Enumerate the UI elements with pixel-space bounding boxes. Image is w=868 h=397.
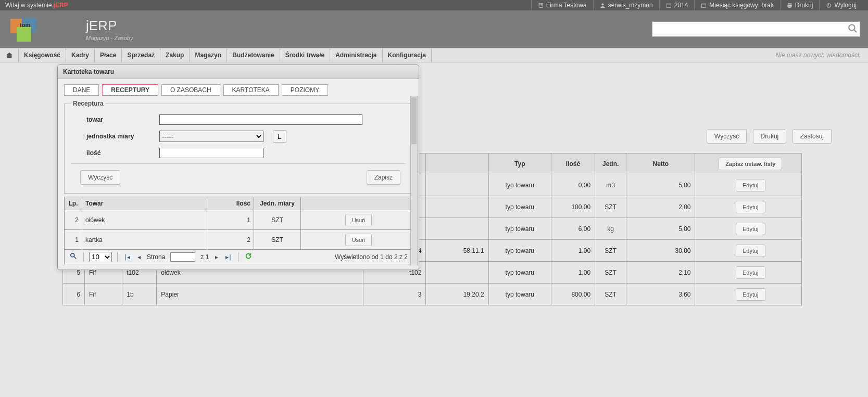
jm-list-button[interactable]: L xyxy=(273,130,286,143)
tab-poziomy[interactable]: POZIOMY xyxy=(282,84,328,96)
refresh-icon[interactable] xyxy=(244,252,253,261)
page-size-select[interactable]: 10 xyxy=(89,252,112,262)
logout-label: Wyloguj xyxy=(834,0,857,10)
cell-jedn: SZT xyxy=(595,240,626,262)
search-icon[interactable] xyxy=(845,23,860,35)
prev-page-icon[interactable]: ◂ xyxy=(136,253,142,261)
kartoteka-dialog: Kartoteka towaru DANE RECEPTURY O ZASOBA… xyxy=(57,65,419,270)
calendar-icon xyxy=(666,3,672,8)
nav-kadry[interactable]: Kadry xyxy=(66,48,95,62)
input-ilosc[interactable] xyxy=(159,148,263,158)
last-page-icon[interactable]: ▸∣ xyxy=(224,253,233,261)
user-label: serwis_mzymon xyxy=(608,0,653,10)
nav-administracja[interactable]: Administracja xyxy=(330,48,382,62)
cell-ilosc: 2 xyxy=(207,230,254,250)
nav-srodki[interactable]: Środki trwałe xyxy=(280,48,330,62)
nav-budzetowanie[interactable]: Budżetowanie xyxy=(227,48,280,62)
cell-jedn: SZT xyxy=(595,284,626,305)
dialog-zapisz-button[interactable]: Zapisz xyxy=(367,170,400,185)
tab-dane[interactable]: DANE xyxy=(64,84,99,96)
cell-netto: 5,00 xyxy=(626,218,695,240)
col-typ: Typ xyxy=(488,153,551,174)
nav-konfiguracja[interactable]: Konfiguracja xyxy=(383,48,432,62)
search-input[interactable] xyxy=(652,25,845,33)
cell-nazwa: Papier xyxy=(157,284,363,305)
zapisz-ustaw-button[interactable]: Zapisz ustaw. listy xyxy=(719,158,782,170)
pager: 10 ∣◂ ◂ Strona z 1 ▸ ▸∣ Wyświetlono od 1… xyxy=(64,250,412,264)
svg-rect-3 xyxy=(539,5,540,6)
search-box[interactable] xyxy=(652,21,860,37)
topbar-logout[interactable]: Wyloguj xyxy=(819,0,863,10)
label-towar: towar xyxy=(71,116,159,123)
year-label: 2014 xyxy=(674,0,688,10)
pager-info: Wyświetlono od 1 do 2 z 2 xyxy=(335,253,408,261)
tab-o-zasobach[interactable]: O ZASOBACH xyxy=(161,84,220,96)
zastosuj-button[interactable]: Zastosuj xyxy=(792,129,832,144)
cell-typ: typ towaru xyxy=(488,196,551,218)
nav-sprzedaz[interactable]: Sprzedaż xyxy=(122,48,160,62)
edytuj-button[interactable]: Edytuj xyxy=(736,288,765,301)
first-page-icon[interactable]: ∣◂ xyxy=(123,253,131,261)
cell-ilosc: 1 xyxy=(207,210,254,230)
topbar-year[interactable]: 2014 xyxy=(659,0,695,10)
topbar-print[interactable]: Drukuj xyxy=(780,0,820,10)
select-jm[interactable]: ----- xyxy=(159,131,263,142)
usun-button[interactable]: Usuń xyxy=(345,214,372,226)
tab-receptury[interactable]: RECEPTURY xyxy=(102,84,158,96)
edytuj-button[interactable]: Edytuj xyxy=(736,179,765,191)
month-label: Miesiąc księgowy: brak xyxy=(709,0,773,10)
svg-rect-4 xyxy=(541,5,542,6)
nav-home[interactable] xyxy=(0,48,19,62)
edytuj-button[interactable]: Edytuj xyxy=(736,201,765,213)
topbar-user[interactable]: serwis_mzymon xyxy=(593,0,659,10)
page-input[interactable] xyxy=(170,252,195,262)
cell-jm: SZT xyxy=(254,210,301,230)
cell-kat xyxy=(426,262,488,284)
building-icon xyxy=(538,3,544,8)
cell-netto: 30,00 xyxy=(626,240,695,262)
cell-lp: 6 xyxy=(63,284,85,305)
welcome-prefix: Witaj w systemie xyxy=(5,2,54,9)
tab-kartoteka[interactable]: KARTOTEKA xyxy=(223,84,279,96)
edytuj-button[interactable]: Edytuj xyxy=(736,223,765,235)
nav-ksiegowosc[interactable]: Księgowość xyxy=(19,48,66,62)
nav-magazyn[interactable]: Magazyn xyxy=(190,48,227,62)
cell-typ: typ towaru xyxy=(488,174,551,196)
nav-zakup[interactable]: Zakup xyxy=(160,48,190,62)
cell-jedn: SZT xyxy=(595,196,626,218)
svg-rect-8 xyxy=(702,4,706,8)
zoom-icon[interactable] xyxy=(69,252,78,261)
drukuj-button[interactable]: Drukuj xyxy=(753,129,787,144)
home-icon xyxy=(6,52,13,59)
dialog-scrollbar[interactable] xyxy=(410,96,418,265)
table-row[interactable]: 1 kartka 2 SZT Usuń xyxy=(65,230,412,250)
usun-button[interactable]: Usuń xyxy=(345,234,372,246)
navbar: Księgowość Kadry Płace Sprzedaż Zakup Ma… xyxy=(0,48,868,62)
page-label: Strona xyxy=(147,253,165,261)
cell-kat xyxy=(426,196,488,218)
page-of: z 1 xyxy=(200,253,209,261)
nav-place[interactable]: Płace xyxy=(95,48,122,62)
input-towar[interactable] xyxy=(159,114,362,125)
label-ilosc: ilość xyxy=(71,149,159,157)
cell-ilosc: 1,00 xyxy=(551,240,595,262)
wyczysc-button[interactable]: Wyczyść xyxy=(707,129,747,144)
next-page-icon[interactable]: ▸ xyxy=(214,253,219,261)
table-row[interactable]: 2 ołówek 1 SZT Usuń xyxy=(65,210,412,230)
table-row[interactable]: 6 Fif 1b Papier 3 19.20.2 typ towaru 800… xyxy=(63,284,802,305)
dialog-wyczysc-button[interactable]: Wyczyść xyxy=(80,170,120,185)
cell-kat: 58.11.1 xyxy=(426,240,488,262)
edytuj-button[interactable]: Edytuj xyxy=(736,266,765,279)
cell-typ: typ towaru xyxy=(488,240,551,262)
col-towar: Towar xyxy=(82,197,207,210)
cell-ilosc: 800,00 xyxy=(551,284,595,305)
edytuj-button[interactable]: Edytuj xyxy=(736,245,765,257)
user-icon xyxy=(600,3,606,8)
topbar-company[interactable]: Firma Testowa xyxy=(531,0,593,10)
cell-netto: 5,00 xyxy=(626,174,695,196)
col-lp: Lp. xyxy=(65,197,82,210)
logo: tom xyxy=(10,18,39,41)
topbar-month[interactable]: Miesiąc księgowy: brak xyxy=(694,0,779,10)
cell-towar: ołówek xyxy=(82,210,207,230)
cell-jedn: m3 xyxy=(595,174,626,196)
